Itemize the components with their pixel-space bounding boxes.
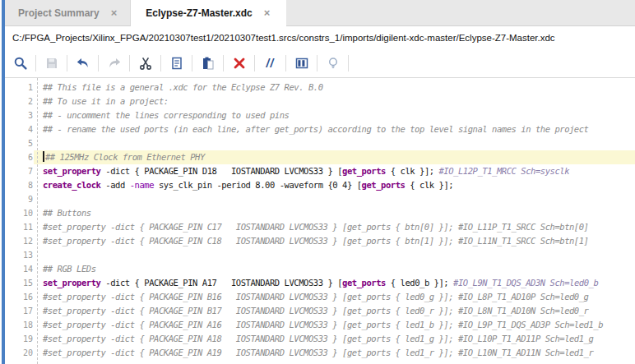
line-number: 6 xyxy=(5,150,33,164)
gutter-gap xyxy=(33,304,43,318)
code-line[interactable]: 16#set_property -dict { PACKAGE_PIN B16 … xyxy=(5,290,635,304)
code-segment: #set_property -dict { PACKAGE_PIN B16 IO… xyxy=(43,292,588,302)
code-text[interactable]: ## - rename the used ports (in each line… xyxy=(43,122,635,136)
editor-tab-bar: Project Summary × Eclypse-Z7-Master.xdc … xyxy=(5,0,635,26)
tab-eclypse-z7-master-xdc[interactable]: Eclypse-Z7-Master.xdc × xyxy=(131,0,286,26)
gutter-gap xyxy=(33,81,43,94)
code-text[interactable]: #set_property -dict { PACKAGE_PIN A19 IO… xyxy=(43,346,635,360)
code-line[interactable]: 9 xyxy=(5,192,635,206)
code-segment: create_clock xyxy=(43,180,100,190)
toolbar-divider xyxy=(223,55,224,71)
code-segment: -add xyxy=(100,180,129,190)
code-line[interactable]: 20#set_property -dict { PACKAGE_PIN A19 … xyxy=(5,346,635,360)
code-line[interactable]: 19#set_property -dict { PACKAGE_PIN A18 … xyxy=(5,332,635,346)
gutter-gap xyxy=(33,206,43,220)
code-segment: get_ports xyxy=(342,278,386,288)
code-line[interactable]: 14## RGB LEDs xyxy=(5,262,635,276)
undo-icon xyxy=(76,56,90,71)
code-line[interactable]: 6## 125MHz Clock from Ethernet PHY xyxy=(5,150,635,164)
code-text[interactable]: ## - uncomment the lines corresponding t… xyxy=(43,108,635,122)
code-editor-window: Project Summary × Eclypse-Z7-Master.xdc … xyxy=(0,0,635,364)
code-text[interactable] xyxy=(43,248,635,262)
line-number: 8 xyxy=(5,178,33,192)
toolbar-divider xyxy=(129,55,130,71)
code-line[interactable]: 10## Buttons xyxy=(5,206,635,220)
code-text[interactable] xyxy=(43,192,635,206)
code-line[interactable]: 1## This file is a general .xdc for the … xyxy=(5,81,635,94)
text-cursor xyxy=(43,151,44,162)
code-text[interactable]: #set_property -dict { PACKAGE_PIN C17 IO… xyxy=(43,220,635,234)
gutter-gap xyxy=(33,318,43,332)
code-line[interactable]: 17#set_property -dict { PACKAGE_PIN B17 … xyxy=(5,304,635,318)
tab-project-summary[interactable]: Project Summary × xyxy=(5,0,131,25)
code-segment: get_ports xyxy=(362,180,406,190)
save-button xyxy=(40,53,63,74)
code-line[interactable]: 13 xyxy=(5,248,635,262)
gutter-gap xyxy=(33,276,43,290)
code-text[interactable]: #set_property -dict { PACKAGE_PIN B16 IO… xyxy=(43,290,635,304)
code-text[interactable]: ## This file is a general .xdc for the E… xyxy=(43,81,635,94)
close-icon[interactable]: × xyxy=(264,7,271,18)
paste-button[interactable] xyxy=(197,53,219,74)
code-line[interactable]: 18#set_property -dict { PACKAGE_PIN A16 … xyxy=(5,318,635,332)
gutter-separator xyxy=(37,78,38,364)
gutter-gap xyxy=(33,192,43,206)
code-segment: -dict { PACKAGE_PIN A17 IOSTANDARD LVCMO… xyxy=(100,278,342,288)
code-line[interactable]: 5 xyxy=(5,136,635,150)
code-line[interactable]: 7set_property -dict { PACKAGE_PIN D18 IO… xyxy=(5,164,635,178)
cut-button[interactable] xyxy=(134,53,156,74)
code-line[interactable]: 15set_property -dict { PACKAGE_PIN A17 I… xyxy=(5,276,635,290)
code-segment: ## Buttons xyxy=(43,208,91,218)
code-segment: -dict { PACKAGE_PIN D18 IOSTANDARD LVCMO… xyxy=(100,166,342,176)
code-line[interactable]: 4## - rename the used ports (in each lin… xyxy=(5,122,635,136)
code-text[interactable]: #set_property -dict { PACKAGE_PIN A18 IO… xyxy=(43,332,635,346)
code-line[interactable]: 11#set_property -dict { PACKAGE_PIN C17 … xyxy=(5,220,635,234)
find-icon xyxy=(13,56,28,71)
code-line[interactable]: 12#set_property -dict { PACKAGE_PIN C18 … xyxy=(5,234,635,248)
gutter-gap xyxy=(33,122,43,136)
tab-label: Project Summary xyxy=(18,7,100,19)
toolbar-divider xyxy=(35,55,36,71)
code-text[interactable]: #set_property -dict { PACKAGE_PIN C18 IO… xyxy=(43,234,635,248)
code-line[interactable]: 3## - uncomment the lines corresponding … xyxy=(5,108,635,122)
gutter-gap xyxy=(33,262,43,276)
copy-button[interactable] xyxy=(165,53,188,74)
code-text[interactable]: #set_property -dict { PACKAGE_PIN B17 IO… xyxy=(43,304,635,318)
code-text[interactable]: #set_property -dict { PACKAGE_PIN A16 IO… xyxy=(43,318,635,332)
code-segment: set_property xyxy=(43,278,100,288)
code-line[interactable]: 2## To use it in a project: xyxy=(5,94,635,108)
code-segment: set_property xyxy=(43,166,100,176)
code-segment: ## This file is a general .xdc for the E… xyxy=(43,82,323,92)
toolbar-divider xyxy=(348,55,349,71)
gutter-gap xyxy=(33,248,43,262)
code-line[interactable]: 8create_clock -add -name sys_clk_pin -pe… xyxy=(5,178,635,192)
file-path-bar: C:/FPGA_Projects/Xilinx_FPGA/20210307tes… xyxy=(5,26,635,48)
delete-button[interactable] xyxy=(228,53,250,74)
code-segment: #set_property -dict { PACKAGE_PIN B17 IO… xyxy=(43,306,588,316)
code-text[interactable]: ## RGB LEDs xyxy=(43,262,635,276)
line-number: 10 xyxy=(5,206,33,220)
toolbar-divider xyxy=(317,55,318,71)
code-editor-area[interactable]: 1## This file is a general .xdc for the … xyxy=(5,78,635,364)
close-icon[interactable]: × xyxy=(111,7,118,18)
column-select-button[interactable] xyxy=(290,53,313,74)
templates-button[interactable] xyxy=(322,53,344,74)
code-segment: ## - rename the used ports (in each line… xyxy=(43,124,588,134)
line-number: 7 xyxy=(5,164,33,178)
file-path: C:/FPGA_Projects/Xilinx_FPGA/20210307tes… xyxy=(12,33,555,43)
code-text[interactable] xyxy=(43,136,635,150)
code-text[interactable]: ## 125MHz Clock from Ethernet PHY xyxy=(34,150,635,164)
code-text[interactable]: set_property -dict { PACKAGE_PIN D18 IOS… xyxy=(43,164,635,178)
toggle-comment-icon: // xyxy=(267,57,275,70)
code-text[interactable]: ## Buttons xyxy=(43,206,635,220)
toggle-comment-button[interactable]: // xyxy=(259,53,281,74)
editor-toolbar: // xyxy=(5,48,635,78)
find-button[interactable] xyxy=(9,53,31,74)
undo-button[interactable] xyxy=(72,53,94,74)
code-text[interactable]: ## To use it in a project: xyxy=(43,94,635,108)
line-number: 16 xyxy=(5,290,33,304)
gutter-gap xyxy=(33,290,43,304)
code-segment: ## To use it in a project: xyxy=(43,96,169,106)
code-text[interactable]: create_clock -add -name sys_clk_pin -per… xyxy=(43,178,635,192)
code-text[interactable]: set_property -dict { PACKAGE_PIN A17 IOS… xyxy=(43,276,635,290)
